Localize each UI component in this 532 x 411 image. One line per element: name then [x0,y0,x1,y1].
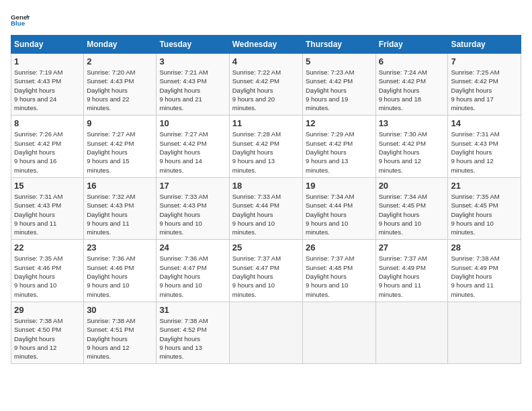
calendar-cell: 7 Sunrise: 7:25 AMSunset: 4:42 PMDayligh… [448,54,521,116]
day-number: 20 [379,181,445,191]
calendar-cell: 6 Sunrise: 7:24 AMSunset: 4:42 PMDayligh… [375,54,448,116]
day-number: 22 [14,242,81,253]
day-number: 30 [87,305,153,315]
day-number: 29 [14,305,81,315]
day-info: Sunrise: 7:28 AMSunset: 4:42 PMDaylight … [232,130,281,173]
calendar-cell: 4 Sunrise: 7:22 AMSunset: 4:42 PMDayligh… [229,54,302,116]
calendar-cell: 15 Sunrise: 7:31 AMSunset: 4:43 PMDaylig… [11,177,84,239]
day-info: Sunrise: 7:37 AMSunset: 4:47 PMDaylight … [232,255,281,298]
day-info: Sunrise: 7:31 AMSunset: 4:43 PMDaylight … [14,193,62,236]
day-info: Sunrise: 7:36 AMSunset: 4:47 PMDaylight … [159,255,208,298]
svg-text:Blue: Blue [11,19,26,27]
week-row-5: 29 Sunrise: 7:38 AMSunset: 4:50 PMDaylig… [11,302,521,363]
day-info: Sunrise: 7:36 AMSunset: 4:46 PMDaylight … [87,255,135,298]
day-info: Sunrise: 7:31 AMSunset: 4:43 PMDaylight … [451,130,499,173]
calendar-cell [229,302,302,363]
day-info: Sunrise: 7:37 AMSunset: 4:49 PMDaylight … [379,255,427,298]
day-info: Sunrise: 7:38 AMSunset: 4:50 PMDaylight … [14,317,62,360]
calendar-cell: 31 Sunrise: 7:38 AMSunset: 4:52 PMDaylig… [157,302,229,363]
day-info: Sunrise: 7:30 AMSunset: 4:42 PMDaylight … [379,130,427,173]
logo-icon: General Blue [11,11,30,30]
calendar-cell [375,302,448,363]
day-number: 4 [232,56,300,66]
day-info: Sunrise: 7:27 AMSunset: 4:42 PMDaylight … [159,130,208,173]
calendar-cell: 22 Sunrise: 7:35 AMSunset: 4:46 PMDaylig… [11,240,84,302]
calendar-table: SundayMondayTuesdayWednesdayThursdayFrid… [11,35,521,364]
logo: General Blue [11,11,30,30]
day-number: 17 [159,181,226,191]
calendar-cell: 9 Sunrise: 7:27 AMSunset: 4:42 PMDayligh… [84,116,157,177]
week-row-2: 8 Sunrise: 7:26 AMSunset: 4:42 PMDayligh… [11,116,521,177]
day-info: Sunrise: 7:19 AMSunset: 4:43 PMDaylight … [14,68,62,111]
week-row-3: 15 Sunrise: 7:31 AMSunset: 4:43 PMDaylig… [11,177,521,239]
day-info: Sunrise: 7:21 AMSunset: 4:43 PMDaylight … [159,68,208,111]
day-header-thursday: Thursday [302,36,375,54]
day-info: Sunrise: 7:32 AMSunset: 4:43 PMDaylight … [87,193,135,236]
day-number: 12 [306,118,373,128]
day-info: Sunrise: 7:35 AMSunset: 4:46 PMDaylight … [14,255,62,298]
day-number: 10 [159,118,226,128]
calendar-cell: 10 Sunrise: 7:27 AMSunset: 4:42 PMDaylig… [157,116,229,177]
calendar-cell: 17 Sunrise: 7:33 AMSunset: 4:43 PMDaylig… [157,177,229,239]
day-number: 6 [379,56,445,66]
calendar-cell: 21 Sunrise: 7:35 AMSunset: 4:45 PMDaylig… [448,177,521,239]
day-number: 26 [306,242,373,253]
calendar-cell: 24 Sunrise: 7:36 AMSunset: 4:47 PMDaylig… [157,240,229,302]
day-info: Sunrise: 7:22 AMSunset: 4:42 PMDaylight … [232,68,281,111]
day-number: 31 [159,305,226,315]
week-row-4: 22 Sunrise: 7:35 AMSunset: 4:46 PMDaylig… [11,240,521,302]
calendar-cell: 27 Sunrise: 7:37 AMSunset: 4:49 PMDaylig… [375,240,448,302]
day-info: Sunrise: 7:38 AMSunset: 4:51 PMDaylight … [87,317,135,360]
calendar-cell: 16 Sunrise: 7:32 AMSunset: 4:43 PMDaylig… [84,177,157,239]
day-number: 3 [159,56,226,66]
day-header-saturday: Saturday [448,36,521,54]
day-number: 25 [232,242,300,253]
day-number: 27 [379,242,445,253]
calendar-cell [302,302,375,363]
calendar-body: 1 Sunrise: 7:19 AMSunset: 4:43 PMDayligh… [11,54,521,364]
day-info: Sunrise: 7:20 AMSunset: 4:43 PMDaylight … [87,68,135,111]
day-number: 1 [14,56,81,66]
day-number: 18 [232,181,300,191]
calendar-cell: 28 Sunrise: 7:38 AMSunset: 4:49 PMDaylig… [448,240,521,302]
day-number: 8 [14,118,81,128]
day-number: 2 [87,56,153,66]
day-header-monday: Monday [84,36,157,54]
day-info: Sunrise: 7:35 AMSunset: 4:45 PMDaylight … [451,193,499,236]
day-info: Sunrise: 7:33 AMSunset: 4:43 PMDaylight … [159,193,208,236]
calendar-cell: 14 Sunrise: 7:31 AMSunset: 4:43 PMDaylig… [448,116,521,177]
calendar-cell: 18 Sunrise: 7:33 AMSunset: 4:44 PMDaylig… [229,177,302,239]
calendar-cell: 23 Sunrise: 7:36 AMSunset: 4:46 PMDaylig… [84,240,157,302]
calendar-cell: 8 Sunrise: 7:26 AMSunset: 4:42 PMDayligh… [11,116,84,177]
calendar-cell: 30 Sunrise: 7:38 AMSunset: 4:51 PMDaylig… [84,302,157,363]
calendar-cell: 26 Sunrise: 7:37 AMSunset: 4:48 PMDaylig… [302,240,375,302]
calendar-cell: 2 Sunrise: 7:20 AMSunset: 4:43 PMDayligh… [84,54,157,116]
calendar-cell: 25 Sunrise: 7:37 AMSunset: 4:47 PMDaylig… [229,240,302,302]
day-header-sunday: Sunday [11,36,84,54]
day-number: 28 [451,242,518,253]
day-info: Sunrise: 7:26 AMSunset: 4:42 PMDaylight … [14,130,62,173]
calendar-cell [448,302,521,363]
day-header-tuesday: Tuesday [157,36,229,54]
day-number: 5 [306,56,373,66]
day-number: 16 [87,181,153,191]
day-info: Sunrise: 7:33 AMSunset: 4:44 PMDaylight … [232,193,281,236]
page-header: General Blue [11,11,521,30]
day-info: Sunrise: 7:25 AMSunset: 4:42 PMDaylight … [451,68,499,111]
day-number: 21 [451,181,518,191]
day-number: 19 [306,181,373,191]
day-info: Sunrise: 7:38 AMSunset: 4:49 PMDaylight … [451,255,499,298]
calendar-cell: 3 Sunrise: 7:21 AMSunset: 4:43 PMDayligh… [157,54,229,116]
week-row-1: 1 Sunrise: 7:19 AMSunset: 4:43 PMDayligh… [11,54,521,116]
day-info: Sunrise: 7:29 AMSunset: 4:42 PMDaylight … [306,130,354,173]
day-number: 15 [14,181,81,191]
calendar-cell: 1 Sunrise: 7:19 AMSunset: 4:43 PMDayligh… [11,54,84,116]
calendar-cell: 13 Sunrise: 7:30 AMSunset: 4:42 PMDaylig… [375,116,448,177]
day-number: 13 [379,118,445,128]
day-number: 24 [159,242,226,253]
day-info: Sunrise: 7:23 AMSunset: 4:42 PMDaylight … [306,68,354,111]
day-number: 9 [87,118,153,128]
day-number: 11 [232,118,300,128]
day-number: 23 [87,242,153,253]
calendar-cell: 11 Sunrise: 7:28 AMSunset: 4:42 PMDaylig… [229,116,302,177]
